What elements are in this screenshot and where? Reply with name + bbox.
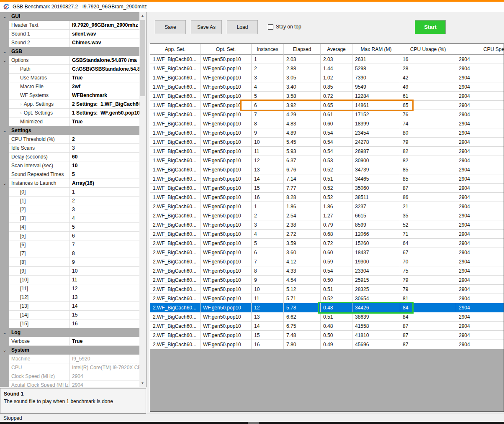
table-row[interactable]: 2.WF_BigCach60...WF.gen50.pop1094.540.50… (150, 276, 504, 285)
prop-value[interactable]: 5 (69, 223, 139, 232)
prop-row[interactable]: CPU Threshold (%)2 (0, 135, 139, 144)
table-row[interactable]: 1.WF_BigCach60...WF.gen50.pop1074.290.61… (150, 110, 504, 119)
prop-value[interactable]: 10 (69, 161, 139, 170)
scroll-down-icon[interactable]: ▼ (139, 380, 146, 387)
prop-section-gui[interactable]: ⌄GUI (0, 12, 139, 21)
table-row[interactable]: 2.WF_BigCach60...WF.gen50.pop10146.750.4… (150, 322, 504, 331)
prop-row[interactable]: [7]8 (0, 249, 139, 258)
prop-row[interactable]: CPUIntel(R) Core(TM) i9-7920X CP (0, 363, 139, 372)
prop-value[interactable]: 2 Settings: 1.WF_BigCach60 (69, 100, 139, 109)
column-header[interactable]: Opt. Set. (201, 44, 252, 55)
table-row[interactable]: 2.WF_BigCach60...WF.gen50.pop10167.800.4… (150, 340, 504, 349)
prop-row[interactable]: Sound Repeated Times5 (0, 170, 139, 179)
chevron-down-icon[interactable]: ⌄ (0, 47, 9, 56)
prop-row[interactable]: Macro File2wf (0, 82, 139, 91)
prop-section-log[interactable]: ⌄Log (0, 328, 139, 337)
prop-value[interactable]: 2 (69, 197, 139, 205)
save-as-button[interactable]: Save As (191, 20, 222, 34)
table-row[interactable]: 2.WF_BigCach60...WF.gen50.pop10136.620.5… (150, 312, 504, 322)
scrollbar-thumb[interactable] (140, 20, 145, 96)
prop-value[interactable]: silent.wav (69, 30, 139, 38)
table-row[interactable]: 2.WF_BigCach60...WF.gen50.pop10105.120.5… (150, 285, 504, 294)
prop-row[interactable]: Scan Interval (sec)10 (0, 161, 139, 170)
prop-value[interactable]: 2wf (69, 82, 139, 91)
property-grid-scrollbar[interactable]: ▲ ▼ (139, 12, 146, 387)
prop-value[interactable]: 13 (69, 293, 139, 302)
column-header[interactable]: Instances (252, 44, 284, 55)
chevron-down-icon[interactable]: ⌄ (0, 126, 9, 135)
table-row[interactable]: 1.WF_BigCach60...WF.gen50.pop1084.830.60… (150, 119, 504, 128)
chevron-down-icon[interactable]: ⌄ (0, 12, 9, 21)
prop-row[interactable]: PathC:\GSB\GSBStandalone.54.8 (0, 65, 139, 74)
prop-row[interactable]: Idle Scans3 (0, 144, 139, 153)
start-button[interactable]: Start (415, 20, 446, 34)
prop-value[interactable]: 3 (69, 144, 139, 153)
table-row[interactable]: 2.WF_BigCach60...WF.gen50.pop10157.480.5… (150, 331, 504, 340)
prop-value[interactable]: 8 (69, 249, 139, 258)
prop-value[interactable]: WFBenchmark (69, 91, 139, 100)
prop-value[interactable]: 6 (69, 232, 139, 240)
prop-row[interactable]: ›Opt. Settings1 Settings: WF.gen50.pop10 (0, 109, 139, 117)
prop-value[interactable]: 14 (69, 302, 139, 311)
prop-value[interactable]: 5 (69, 170, 139, 179)
prop-section-gsb[interactable]: ⌄GSB (0, 47, 139, 56)
prop-row[interactable]: Delay (seconds)60 (0, 153, 139, 161)
prop-value[interactable]: 60 (69, 153, 139, 161)
table-row[interactable]: 1.WF_BigCach60...WF.gen50.pop10157.770.5… (150, 184, 504, 193)
column-header[interactable]: CPU Speed (MHz) (456, 44, 504, 55)
stay-on-top-checkbox[interactable] (268, 24, 273, 30)
prop-row[interactable]: [6]7 (0, 240, 139, 249)
table-row[interactable]: 1.WF_BigCach60...WF.gen50.pop10168.280.5… (150, 193, 504, 202)
prop-value[interactable]: 11 (69, 276, 139, 284)
prop-value[interactable]: 16 (69, 319, 139, 328)
table-row[interactable]: 1.WF_BigCach60...WF.gen50.pop1012.032.03… (150, 55, 504, 64)
column-header[interactable]: App. Set. (150, 44, 201, 55)
table-row[interactable]: 2.WF_BigCach60...WF.gen50.pop1053.590.72… (150, 239, 504, 248)
prop-row[interactable]: [15]16 (0, 319, 139, 328)
load-button[interactable]: Load (227, 20, 258, 34)
prop-value[interactable]: True (69, 117, 139, 126)
table-row[interactable]: 1.WF_BigCach60...WF.gen50.pop1033.051.02… (150, 73, 504, 82)
prop-row[interactable]: [5]6 (0, 232, 139, 240)
prop-row[interactable]: [8]9 (0, 258, 139, 267)
prop-value[interactable]: Chimes.wav (69, 38, 139, 47)
prop-row[interactable]: [4]5 (0, 223, 139, 232)
prop-value[interactable]: I9_5920 (69, 355, 139, 363)
prop-value[interactable]: 2904 (69, 372, 139, 381)
prop-value[interactable]: 2904 (69, 381, 139, 387)
prop-row[interactable]: Sound 2Chimes.wav (0, 38, 139, 47)
prop-section-system[interactable]: ⌄System (0, 346, 139, 355)
prop-row[interactable]: [10]11 (0, 276, 139, 284)
prop-row[interactable]: Use MacrosTrue (0, 74, 139, 82)
table-row[interactable]: 2.WF_BigCach60...WF.gen50.pop1011.861.86… (150, 202, 504, 211)
table-row[interactable]: 1.WF_BigCach60...WF.gen50.pop10147.140.5… (150, 174, 504, 184)
prop-row[interactable]: Header TextI9.7920_96GBram_2900mhz (0, 21, 139, 30)
prop-value[interactable]: 4 (69, 214, 139, 223)
prop-row[interactable]: Clock Speed (MHz)2904 (0, 372, 139, 381)
table-row[interactable]: 2.WF_BigCach60...WF.gen50.pop1042.720.68… (150, 230, 504, 239)
table-row[interactable]: 1.WF_BigCach60...WF.gen50.pop1043.400.85… (150, 82, 504, 92)
table-row[interactable]: 2.WF_BigCach60...WF.gen50.pop1074.120.59… (150, 257, 504, 266)
prop-value[interactable]: GSBStandalone.54.870 /ma (69, 56, 139, 65)
prop-row[interactable]: [13]14 (0, 302, 139, 311)
prop-row[interactable]: ⌄OptionsGSBStandalone.54.870 /ma (0, 56, 139, 65)
column-header[interactable]: CPU Usage (%) (400, 44, 456, 55)
prop-value[interactable]: 10 (69, 267, 139, 276)
chevron-down-icon[interactable]: ⌄ (0, 328, 9, 337)
prop-row[interactable]: MinimizedTrue (0, 117, 139, 126)
prop-value[interactable]: 1 Settings: WF.gen50.pop10 (69, 109, 139, 117)
prop-row[interactable]: [9]10 (0, 267, 139, 276)
prop-row[interactable]: WF SystemsWFBenchmark (0, 91, 139, 100)
column-header[interactable]: Average (321, 44, 352, 55)
prop-value[interactable]: 12 (69, 284, 139, 293)
prop-value[interactable]: C:\GSB\GSBStandalone.54.8 (69, 65, 139, 74)
table-row[interactable]: 1.WF_BigCach60...WF.gen50.pop1094.890.54… (150, 128, 504, 138)
table-row[interactable]: 2.WF_BigCach60...WF.gen50.pop1032.380.79… (150, 220, 504, 230)
column-header[interactable]: Elapsed (284, 44, 321, 55)
prop-row[interactable]: [14]15 (0, 311, 139, 319)
prop-section-settings[interactable]: ⌄Settings (0, 126, 139, 135)
prop-value[interactable]: 9 (69, 258, 139, 267)
prop-value[interactable]: 7 (69, 240, 139, 249)
table-row[interactable]: 2.WF_BigCach60...WF.gen50.pop1063.600.60… (150, 248, 504, 257)
prop-value[interactable]: 1 (69, 188, 139, 197)
